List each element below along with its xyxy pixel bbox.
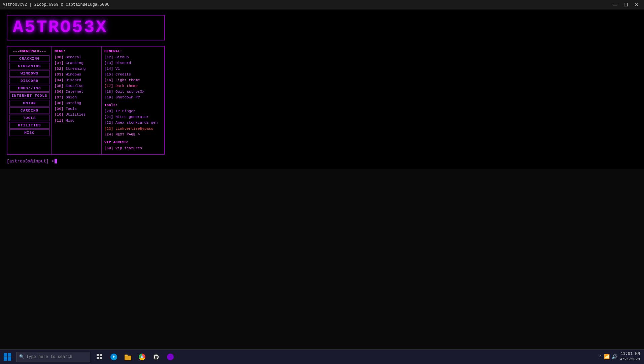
edge-icon[interactable]: e — [107, 350, 121, 364]
sidebar-btn-discord[interactable]: DISCORD — [9, 78, 49, 84]
logo-container: A5TRO53X — [7, 15, 165, 40]
sidebar-btn-windows[interactable]: WINDOWS — [9, 70, 49, 77]
menu-item-01[interactable]: [01] Cracking — [55, 60, 99, 66]
gen-item-18[interactable]: [18] Quit astros3x — [104, 89, 162, 95]
github-icon[interactable] — [149, 350, 163, 364]
menu-item-10[interactable]: [10] Utilities — [55, 112, 99, 118]
menu-item-08[interactable]: [08] Carding — [55, 100, 99, 106]
general-column: GENERAL: [12] Github [13] Discord [14] V… — [102, 47, 164, 154]
sidebar-btn-carding[interactable]: CARDING — [9, 107, 49, 114]
clock-date: 4/21/2023 — [620, 357, 640, 362]
purple-app-icon[interactable] — [164, 350, 177, 364]
search-placeholder: Type here to search — [26, 355, 72, 359]
svg-rect-3 — [8, 357, 11, 361]
gen-item-12[interactable]: [12] Github — [104, 55, 162, 60]
gen-item-24[interactable]: [24] NEXT PAGE > — [104, 132, 162, 138]
menu-column: MENU: [00] General [01] Cracking [02] St… — [52, 47, 102, 154]
taskbar: 🔍 Type here to search e — [0, 349, 644, 364]
svg-rect-1 — [8, 353, 11, 357]
sidebar-btn-onion[interactable]: ONION — [9, 100, 49, 107]
svg-rect-4 — [97, 354, 99, 356]
search-icon: 🔍 — [19, 354, 24, 359]
main-box: ---=GENERAL=--- CRACKING STREAMING WINDO… — [7, 46, 165, 155]
search-bar[interactable]: 🔍 Type here to search — [16, 352, 90, 362]
github-logo — [153, 354, 160, 360]
network-icon[interactable]: 📶 — [604, 354, 610, 360]
system-tray: ⌃ 📶 🔊 — [599, 354, 617, 360]
cmdline[interactable]: [astros3x@input] > — [7, 159, 637, 164]
sidebar-btn-internet-tools[interactable]: INTERNET TOOLS — [9, 92, 49, 99]
minimize-button[interactable]: — — [610, 1, 620, 8]
file-explorer-icon[interactable] — [121, 350, 135, 364]
chrome-logo — [139, 354, 145, 360]
svg-rect-6 — [97, 357, 99, 359]
purple-app-logo — [167, 354, 174, 360]
gen-item-20[interactable]: [20] IP Pinger — [104, 109, 162, 114]
gen-item-13[interactable]: [13] Discord — [104, 60, 162, 66]
sidebar-header: ---=GENERAL=--- — [9, 49, 49, 53]
gen-item-23[interactable]: [23] LinkvertiseBypass — [104, 126, 162, 132]
sidebar-btn-tools[interactable]: TOOLS — [9, 115, 49, 121]
svg-rect-7 — [100, 357, 102, 359]
cmd-cursor — [55, 159, 57, 163]
clock-time: 11:01 PM — [620, 351, 640, 357]
sidebar-btn-utilities[interactable]: UTILITIES — [9, 122, 49, 129]
sidebar-btn-emus-iso[interactable]: EMUS//ISO — [9, 85, 49, 92]
menu-item-07[interactable]: [07] Onion — [55, 95, 99, 100]
windows-icon — [3, 353, 11, 361]
gen-item-69[interactable]: [69] Vip features — [104, 146, 162, 151]
svg-rect-2 — [4, 357, 7, 361]
menu-item-05[interactable]: [05] Emus/Iso — [55, 83, 99, 89]
svg-rect-0 — [4, 353, 7, 357]
taskbar-right: ⌃ 📶 🔊 11:01 PM 4/21/2023 — [599, 351, 644, 362]
cmd-prompt: [astros3x@input] > — [7, 159, 54, 164]
taskbar-icons: e — [93, 350, 177, 364]
speaker-icon[interactable]: 🔊 — [612, 354, 617, 360]
logo-text: A5TRO53X — [13, 19, 159, 36]
menu-item-09[interactable]: [09] Tools — [55, 106, 99, 112]
tools-header: Tools: — [104, 103, 162, 107]
gen-item-19[interactable]: [19] Shutdown PC — [104, 95, 162, 100]
gen-item-16[interactable]: [16] Light theme — [104, 78, 162, 83]
menu-item-04[interactable]: [04] Discord — [55, 78, 99, 83]
menu-item-11[interactable]: [11] Misc — [55, 118, 99, 124]
sidebar-btn-streaming[interactable]: STREAMING — [9, 63, 49, 69]
gen-item-21[interactable]: [21] Nitro generator — [104, 114, 162, 120]
gen-item-17[interactable]: [17] Dark theme — [104, 83, 162, 89]
menu-item-00[interactable]: [00] General — [55, 55, 99, 60]
sidebar-btn-cracking[interactable]: CRACKING — [9, 55, 49, 62]
gen-item-22[interactable]: [22] Amex stonkcards gen — [104, 120, 162, 126]
sidebar-btn-misc[interactable]: MISC — [9, 129, 49, 136]
title-bar: Astros3xV2 | 2Loop#6969 & CaptainBeluga#… — [0, 0, 644, 9]
clock[interactable]: 11:01 PM 4/21/2023 — [620, 351, 640, 362]
gen-item-14[interactable]: [14] V1 — [104, 66, 162, 72]
close-button[interactable]: ✕ — [632, 1, 641, 8]
sidebar: ---=GENERAL=--- CRACKING STREAMING WINDO… — [7, 47, 52, 154]
terminal: A5TRO53X ---=GENERAL=--- CRACKING STREAM… — [0, 9, 644, 169]
title-bar-text: Astros3xV2 | 2Loop#6969 & CaptainBeluga#… — [3, 2, 109, 7]
title-bar-controls: — ❒ ✕ — [610, 1, 641, 8]
svg-rect-8 — [125, 356, 131, 360]
start-button[interactable] — [0, 350, 15, 364]
general-header: GENERAL: — [104, 49, 162, 53]
menu-item-03[interactable]: [03] Windows — [55, 72, 99, 78]
menu-item-02[interactable]: [02] Streaming — [55, 66, 99, 72]
restore-button[interactable]: ❒ — [621, 1, 631, 8]
svg-rect-5 — [100, 354, 102, 356]
gen-item-15[interactable]: [15] Credits — [104, 72, 162, 78]
menu-header: MENU: — [55, 49, 99, 53]
vip-header: VIP ACCESS: — [104, 140, 162, 144]
chevron-up-icon[interactable]: ⌃ — [599, 354, 602, 360]
menu-item-06[interactable]: [06] Internet — [55, 89, 99, 95]
task-view-icon[interactable] — [93, 350, 106, 364]
edge-logo: e — [110, 354, 117, 360]
svg-rect-9 — [125, 355, 128, 356]
chrome-icon[interactable] — [135, 350, 149, 364]
